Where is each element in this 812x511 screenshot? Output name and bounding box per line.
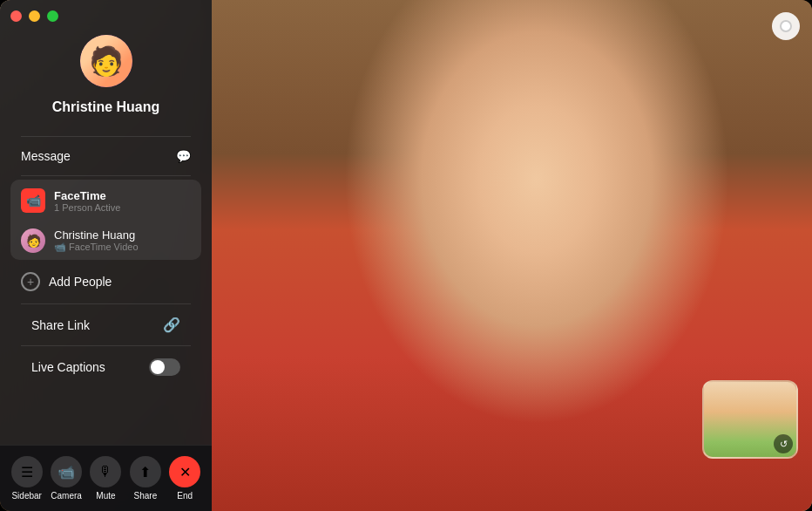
participant-avatar: 🧑 — [21, 228, 45, 253]
participant-info: Christine Huang 📹 FaceTime Video — [54, 228, 191, 253]
add-people-label: Add People — [49, 275, 191, 289]
share-button[interactable]: ⬆ Share — [128, 456, 163, 501]
share-button-label: Share — [134, 491, 158, 501]
user-name: Christine Huang — [52, 99, 160, 115]
message-icon: 💬 — [176, 149, 191, 163]
call-participant[interactable]: 🧑 Christine Huang 📹 FaceTime Video — [10, 221, 201, 260]
live-captions-toggle[interactable] — [149, 358, 180, 376]
pip-rotate-button[interactable]: ↺ — [774, 434, 793, 453]
add-people-button[interactable]: + Add People — [10, 263, 201, 300]
call-subtitle: 1 Person Active — [54, 202, 191, 213]
mute-button[interactable]: 🎙 Mute — [88, 456, 123, 501]
end-call-button[interactable]: ✕ End — [167, 456, 202, 501]
maximize-button[interactable] — [47, 10, 58, 22]
sidebar-toggle-button[interactable]: ☰ Sidebar — [10, 456, 44, 501]
video-icon: 📹 — [26, 194, 41, 208]
record-dot-icon — [780, 20, 792, 32]
divider-2 — [21, 175, 191, 176]
mute-button-label: Mute — [96, 491, 115, 501]
participant-name: Christine Huang — [54, 228, 191, 242]
toggle-knob — [151, 360, 165, 374]
share-icon: ⬆ — [130, 456, 161, 487]
end-button-label: End — [177, 491, 193, 501]
active-call-section: 📹 FaceTime 1 Person Active 🧑 Christine H… — [10, 180, 201, 260]
sidebar-item-message[interactable]: Message 💬 — [10, 140, 201, 172]
link-icon: 🔗 — [163, 317, 180, 333]
call-header[interactable]: 📹 FaceTime 1 Person Active — [10, 180, 201, 221]
minimize-button[interactable] — [29, 10, 40, 22]
traffic-lights — [10, 10, 58, 22]
camera-button[interactable]: 📹 Camera — [49, 456, 84, 501]
avatar: 🧑 — [80, 35, 132, 87]
camera-button-label: Camera — [51, 491, 82, 501]
bottom-toolbar: ☰ Sidebar 📹 Camera 🎙 Mute ⬆ Share ✕ End — [0, 445, 212, 511]
sidebar-button-label: Sidebar — [11, 491, 41, 501]
divider-1 — [21, 136, 191, 137]
close-button[interactable] — [10, 10, 22, 22]
add-icon: + — [21, 272, 40, 291]
live-captions-label: Live Captions — [31, 360, 149, 374]
sidebar: 🧑 Christine Huang Message 💬 📹 FaceTime 1… — [0, 0, 212, 511]
rotate-icon: ↺ — [780, 439, 788, 450]
divider-3 — [21, 303, 191, 304]
divider-4 — [21, 345, 191, 346]
camera-icon: 📹 — [51, 456, 82, 487]
sidebar-content: Message 💬 📹 FaceTime 1 Person Active 🧑 C… — [0, 133, 212, 445]
participant-status: 📹 FaceTime Video — [54, 242, 191, 253]
pip-thumbnail[interactable]: ↺ — [702, 380, 798, 459]
avatar-memoji: 🧑 — [80, 35, 132, 87]
message-label: Message — [21, 149, 176, 163]
sidebar-icon: ☰ — [11, 456, 43, 487]
live-captions-item: Live Captions — [10, 350, 201, 385]
facetime-call-icon: 📹 — [21, 188, 45, 213]
share-link-button[interactable]: Share Link 🔗 — [10, 308, 201, 342]
mute-icon: 🎙 — [90, 456, 121, 487]
share-link-label: Share Link — [31, 318, 163, 332]
call-info: FaceTime 1 Person Active — [54, 189, 191, 213]
record-button[interactable] — [772, 12, 800, 40]
call-title: FaceTime — [54, 189, 191, 202]
end-call-icon: ✕ — [169, 456, 200, 487]
